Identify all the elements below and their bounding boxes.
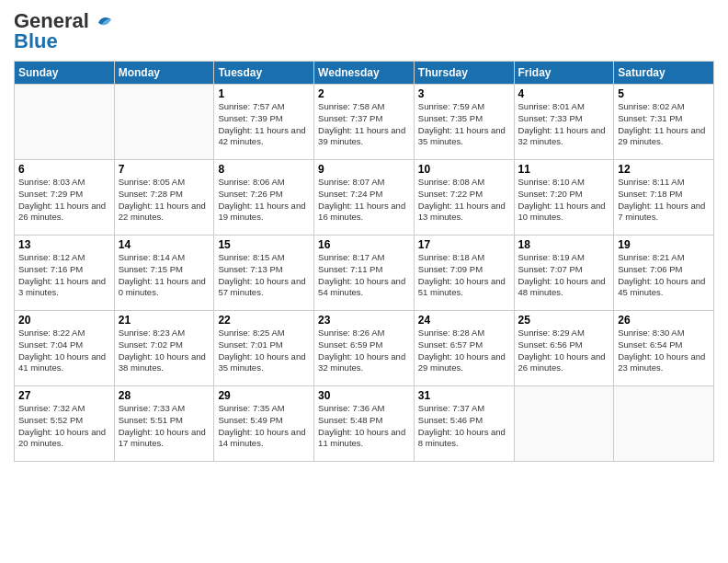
day-cell: 20Sunrise: 8:22 AM Sunset: 7:04 PM Dayli…	[15, 311, 115, 386]
day-cell: 15Sunrise: 8:15 AM Sunset: 7:13 PM Dayli…	[214, 236, 314, 311]
day-number: 15	[218, 238, 310, 251]
calendar-table: SundayMondayTuesdayWednesdayThursdayFrid…	[14, 61, 714, 462]
day-number: 4	[518, 87, 610, 100]
day-cell: 23Sunrise: 8:26 AM Sunset: 6:59 PM Dayli…	[314, 311, 415, 386]
day-info: Sunrise: 8:14 AM Sunset: 7:15 PM Dayligh…	[119, 252, 210, 299]
day-info: Sunrise: 8:05 AM Sunset: 7:28 PM Dayligh…	[119, 177, 210, 224]
day-number: 26	[618, 314, 710, 327]
day-number: 6	[18, 163, 110, 176]
week-row-1: 1Sunrise: 7:57 AM Sunset: 7:39 PM Daylig…	[15, 85, 714, 160]
day-number: 13	[18, 238, 110, 251]
day-cell: 29Sunrise: 7:35 AM Sunset: 5:49 PM Dayli…	[214, 386, 314, 462]
day-info: Sunrise: 8:10 AM Sunset: 7:20 PM Dayligh…	[518, 177, 610, 224]
day-info: Sunrise: 7:32 AM Sunset: 5:52 PM Dayligh…	[18, 403, 110, 450]
day-cell: 31Sunrise: 7:37 AM Sunset: 5:46 PM Dayli…	[414, 386, 514, 462]
logo: General Blue	[14, 9, 117, 53]
day-cell: 10Sunrise: 8:08 AM Sunset: 7:22 PM Dayli…	[414, 160, 514, 236]
day-info: Sunrise: 8:19 AM Sunset: 7:07 PM Dayligh…	[518, 252, 610, 299]
day-number: 21	[119, 314, 210, 327]
day-number: 23	[318, 314, 410, 327]
day-cell: 6Sunrise: 8:03 AM Sunset: 7:29 PM Daylig…	[15, 160, 115, 236]
day-cell: 30Sunrise: 7:36 AM Sunset: 5:48 PM Dayli…	[314, 386, 415, 462]
day-cell: 8Sunrise: 8:06 AM Sunset: 7:26 PM Daylig…	[214, 160, 314, 236]
day-info: Sunrise: 8:12 AM Sunset: 7:16 PM Dayligh…	[18, 252, 110, 299]
day-info: Sunrise: 8:30 AM Sunset: 6:54 PM Dayligh…	[618, 327, 710, 374]
day-number: 16	[318, 238, 410, 251]
day-info: Sunrise: 8:11 AM Sunset: 7:18 PM Dayligh…	[618, 177, 710, 224]
calendar-body: 1Sunrise: 7:57 AM Sunset: 7:39 PM Daylig…	[15, 85, 714, 462]
day-info: Sunrise: 8:21 AM Sunset: 7:06 PM Dayligh…	[618, 252, 710, 299]
day-info: Sunrise: 7:36 AM Sunset: 5:48 PM Dayligh…	[318, 403, 410, 450]
day-number: 9	[318, 163, 410, 176]
weekday-header-saturday: Saturday	[614, 62, 714, 85]
day-number: 20	[18, 314, 110, 327]
weekday-header-monday: Monday	[114, 62, 214, 85]
day-info: Sunrise: 8:06 AM Sunset: 7:26 PM Dayligh…	[218, 177, 310, 224]
day-number: 1	[218, 87, 310, 100]
day-cell: 19Sunrise: 8:21 AM Sunset: 7:06 PM Dayli…	[614, 236, 714, 311]
day-info: Sunrise: 7:35 AM Sunset: 5:49 PM Dayligh…	[218, 403, 310, 450]
day-number: 28	[119, 389, 210, 402]
day-cell: 28Sunrise: 7:33 AM Sunset: 5:51 PM Dayli…	[114, 386, 214, 462]
day-cell: 18Sunrise: 8:19 AM Sunset: 7:07 PM Dayli…	[514, 236, 614, 311]
day-number: 22	[218, 314, 310, 327]
weekday-header-wednesday: Wednesday	[314, 62, 415, 85]
day-cell: 14Sunrise: 8:14 AM Sunset: 7:15 PM Dayli…	[114, 236, 214, 311]
day-cell: 17Sunrise: 8:18 AM Sunset: 7:09 PM Dayli…	[414, 236, 514, 311]
day-number: 25	[518, 314, 610, 327]
day-number: 30	[318, 389, 410, 402]
day-number: 27	[18, 389, 110, 402]
day-info: Sunrise: 8:18 AM Sunset: 7:09 PM Dayligh…	[418, 252, 510, 299]
day-info: Sunrise: 7:59 AM Sunset: 7:35 PM Dayligh…	[418, 101, 510, 148]
day-cell: 21Sunrise: 8:23 AM Sunset: 7:02 PM Dayli…	[114, 311, 214, 386]
day-number: 14	[119, 238, 210, 251]
day-cell: 25Sunrise: 8:29 AM Sunset: 6:56 PM Dayli…	[514, 311, 614, 386]
weekday-header-thursday: Thursday	[414, 62, 514, 85]
day-info: Sunrise: 8:23 AM Sunset: 7:02 PM Dayligh…	[119, 327, 210, 374]
day-info: Sunrise: 8:26 AM Sunset: 6:59 PM Dayligh…	[318, 327, 410, 374]
day-number: 8	[218, 163, 310, 176]
week-row-4: 20Sunrise: 8:22 AM Sunset: 7:04 PM Dayli…	[15, 311, 714, 386]
day-cell: 3Sunrise: 7:59 AM Sunset: 7:35 PM Daylig…	[414, 85, 514, 160]
day-info: Sunrise: 7:37 AM Sunset: 5:46 PM Dayligh…	[418, 403, 510, 450]
day-info: Sunrise: 7:58 AM Sunset: 7:37 PM Dayligh…	[318, 101, 410, 148]
day-cell: 13Sunrise: 8:12 AM Sunset: 7:16 PM Dayli…	[15, 236, 115, 311]
day-info: Sunrise: 8:03 AM Sunset: 7:29 PM Dayligh…	[18, 177, 110, 224]
day-number: 18	[518, 238, 610, 251]
logo-bird-icon	[91, 12, 117, 30]
day-number: 10	[418, 163, 510, 176]
day-info: Sunrise: 8:17 AM Sunset: 7:11 PM Dayligh…	[318, 252, 410, 299]
day-info: Sunrise: 8:28 AM Sunset: 6:57 PM Dayligh…	[418, 327, 510, 374]
day-cell: 9Sunrise: 8:07 AM Sunset: 7:24 PM Daylig…	[314, 160, 415, 236]
day-info: Sunrise: 8:15 AM Sunset: 7:13 PM Dayligh…	[218, 252, 310, 299]
day-number: 24	[418, 314, 510, 327]
day-number: 12	[618, 163, 710, 176]
day-info: Sunrise: 7:57 AM Sunset: 7:39 PM Dayligh…	[218, 101, 310, 148]
day-number: 5	[618, 87, 710, 100]
day-number: 11	[518, 163, 610, 176]
weekday-header-sunday: Sunday	[15, 62, 115, 85]
day-info: Sunrise: 8:07 AM Sunset: 7:24 PM Dayligh…	[318, 177, 410, 224]
day-info: Sunrise: 8:25 AM Sunset: 7:01 PM Dayligh…	[218, 327, 310, 374]
day-cell: 24Sunrise: 8:28 AM Sunset: 6:57 PM Dayli…	[414, 311, 514, 386]
day-info: Sunrise: 7:33 AM Sunset: 5:51 PM Dayligh…	[119, 403, 210, 450]
day-number: 17	[418, 238, 510, 251]
day-cell: 16Sunrise: 8:17 AM Sunset: 7:11 PM Dayli…	[314, 236, 415, 311]
day-number: 3	[418, 87, 510, 100]
day-cell: 12Sunrise: 8:11 AM Sunset: 7:18 PM Dayli…	[614, 160, 714, 236]
day-cell: 5Sunrise: 8:02 AM Sunset: 7:31 PM Daylig…	[614, 85, 714, 160]
day-info: Sunrise: 8:22 AM Sunset: 7:04 PM Dayligh…	[18, 327, 110, 374]
day-cell: 22Sunrise: 8:25 AM Sunset: 7:01 PM Dayli…	[214, 311, 314, 386]
day-info: Sunrise: 8:29 AM Sunset: 6:56 PM Dayligh…	[518, 327, 610, 374]
day-cell	[514, 386, 614, 462]
day-info: Sunrise: 8:08 AM Sunset: 7:22 PM Dayligh…	[418, 177, 510, 224]
week-row-3: 13Sunrise: 8:12 AM Sunset: 7:16 PM Dayli…	[15, 236, 714, 311]
day-info: Sunrise: 8:02 AM Sunset: 7:31 PM Dayligh…	[618, 101, 710, 148]
calendar-container: General Blue SundayMondayTuesdayWednesda…	[0, 0, 728, 466]
day-cell: 26Sunrise: 8:30 AM Sunset: 6:54 PM Dayli…	[614, 311, 714, 386]
day-cell: 11Sunrise: 8:10 AM Sunset: 7:20 PM Dayli…	[514, 160, 614, 236]
day-cell	[614, 386, 714, 462]
day-cell: 4Sunrise: 8:01 AM Sunset: 7:33 PM Daylig…	[514, 85, 614, 160]
day-number: 2	[318, 87, 410, 100]
day-cell: 2Sunrise: 7:58 AM Sunset: 7:37 PM Daylig…	[314, 85, 415, 160]
